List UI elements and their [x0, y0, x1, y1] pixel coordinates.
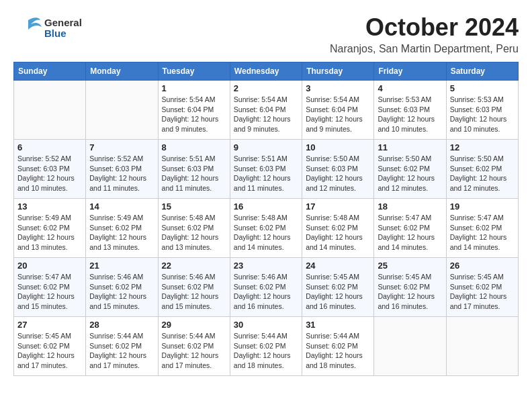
calendar-cell: 19Sunrise: 5:47 AM Sunset: 6:02 PM Dayli… — [446, 199, 518, 258]
calendar-cell: 21Sunrise: 5:46 AM Sunset: 6:02 PM Dayli… — [86, 258, 158, 317]
day-info: Sunrise: 5:53 AM Sunset: 6:03 PM Dayligh… — [450, 95, 515, 134]
day-info: Sunrise: 5:46 AM Sunset: 6:02 PM Dayligh… — [89, 272, 154, 312]
page-header: General Blue October 2024 Naranjos, San … — [13, 13, 519, 55]
day-number: 20 — [17, 261, 82, 271]
day-number: 19 — [450, 201, 515, 212]
calendar-cell: 23Sunrise: 5:46 AM Sunset: 6:02 PM Dayli… — [230, 258, 302, 317]
day-info: Sunrise: 5:50 AM Sunset: 6:02 PM Dayligh… — [450, 154, 515, 193]
calendar-week-3: 13Sunrise: 5:49 AM Sunset: 6:02 PM Dayli… — [14, 199, 519, 258]
day-number: 3 — [306, 83, 370, 93]
calendar-week-2: 6Sunrise: 5:52 AM Sunset: 6:03 PM Daylig… — [14, 140, 519, 199]
day-number: 12 — [450, 142, 515, 152]
day-number: 9 — [234, 142, 298, 152]
day-number: 21 — [89, 261, 154, 271]
calendar-header: SundayMondayTuesdayWednesdayThursdayFrid… — [14, 62, 519, 81]
day-info: Sunrise: 5:54 AM Sunset: 6:04 PM Dayligh… — [162, 95, 226, 134]
day-number: 29 — [162, 320, 226, 330]
day-number: 22 — [162, 261, 226, 271]
calendar-cell: 7Sunrise: 5:52 AM Sunset: 6:03 PM Daylig… — [86, 140, 158, 199]
day-number: 6 — [17, 142, 82, 152]
calendar-cell: 6Sunrise: 5:52 AM Sunset: 6:03 PM Daylig… — [14, 140, 86, 199]
calendar-cell: 18Sunrise: 5:47 AM Sunset: 6:02 PM Dayli… — [374, 199, 446, 258]
calendar-table: SundayMondayTuesdayWednesdayThursdayFrid… — [13, 62, 519, 376]
day-number: 10 — [306, 142, 370, 152]
calendar-cell — [14, 81, 86, 140]
logo-bird-icon — [13, 13, 43, 43]
day-number: 8 — [162, 142, 226, 152]
weekday-header-wednesday: Wednesday — [230, 62, 302, 81]
day-info: Sunrise: 5:44 AM Sunset: 6:02 PM Dayligh… — [306, 331, 370, 371]
calendar-cell: 22Sunrise: 5:46 AM Sunset: 6:02 PM Dayli… — [158, 258, 230, 317]
calendar-body: 1Sunrise: 5:54 AM Sunset: 6:04 PM Daylig… — [14, 81, 519, 376]
day-number: 1 — [162, 83, 226, 93]
day-info: Sunrise: 5:44 AM Sunset: 6:02 PM Dayligh… — [89, 331, 154, 371]
calendar-cell: 4Sunrise: 5:53 AM Sunset: 6:03 PM Daylig… — [374, 81, 446, 140]
calendar-week-1: 1Sunrise: 5:54 AM Sunset: 6:04 PM Daylig… — [14, 81, 519, 140]
day-info: Sunrise: 5:54 AM Sunset: 6:04 PM Dayligh… — [234, 95, 298, 134]
day-info: Sunrise: 5:45 AM Sunset: 6:02 PM Dayligh… — [306, 272, 370, 312]
day-info: Sunrise: 5:51 AM Sunset: 6:03 PM Dayligh… — [162, 154, 226, 193]
day-info: Sunrise: 5:54 AM Sunset: 6:04 PM Dayligh… — [306, 95, 370, 134]
day-number: 25 — [378, 261, 442, 271]
day-info: Sunrise: 5:47 AM Sunset: 6:02 PM Dayligh… — [450, 213, 515, 253]
day-info: Sunrise: 5:49 AM Sunset: 6:02 PM Dayligh… — [17, 213, 82, 253]
calendar-cell: 1Sunrise: 5:54 AM Sunset: 6:04 PM Daylig… — [158, 81, 230, 140]
day-number: 2 — [234, 83, 298, 93]
day-info: Sunrise: 5:50 AM Sunset: 6:03 PM Dayligh… — [306, 154, 370, 193]
day-number: 30 — [234, 320, 298, 330]
day-info: Sunrise: 5:45 AM Sunset: 6:02 PM Dayligh… — [17, 331, 82, 371]
calendar-cell: 26Sunrise: 5:45 AM Sunset: 6:02 PM Dayli… — [446, 258, 518, 317]
calendar-cell — [446, 317, 518, 376]
calendar-cell: 11Sunrise: 5:50 AM Sunset: 6:02 PM Dayli… — [374, 140, 446, 199]
day-number: 31 — [306, 320, 370, 330]
calendar-week-5: 27Sunrise: 5:45 AM Sunset: 6:02 PM Dayli… — [14, 317, 519, 376]
day-number: 7 — [89, 142, 154, 152]
calendar-cell: 10Sunrise: 5:50 AM Sunset: 6:03 PM Dayli… — [302, 140, 374, 199]
calendar-cell: 20Sunrise: 5:47 AM Sunset: 6:02 PM Dayli… — [14, 258, 86, 317]
day-info: Sunrise: 5:48 AM Sunset: 6:02 PM Dayligh… — [306, 213, 370, 253]
calendar-cell: 13Sunrise: 5:49 AM Sunset: 6:02 PM Dayli… — [14, 199, 86, 258]
day-info: Sunrise: 5:52 AM Sunset: 6:03 PM Dayligh… — [17, 154, 82, 193]
calendar-cell: 15Sunrise: 5:48 AM Sunset: 6:02 PM Dayli… — [158, 199, 230, 258]
day-info: Sunrise: 5:48 AM Sunset: 6:02 PM Dayligh… — [162, 213, 226, 253]
day-number: 16 — [234, 201, 298, 212]
day-info: Sunrise: 5:48 AM Sunset: 6:02 PM Dayligh… — [234, 213, 298, 253]
weekday-header-saturday: Saturday — [446, 62, 518, 81]
day-info: Sunrise: 5:49 AM Sunset: 6:02 PM Dayligh… — [89, 213, 154, 253]
weekday-header-monday: Monday — [86, 62, 158, 81]
day-number: 13 — [17, 201, 82, 212]
day-number: 11 — [378, 142, 442, 152]
weekday-header-thursday: Thursday — [302, 62, 374, 81]
calendar-cell: 25Sunrise: 5:45 AM Sunset: 6:02 PM Dayli… — [374, 258, 446, 317]
day-number: 23 — [234, 261, 298, 271]
weekday-header-friday: Friday — [374, 62, 446, 81]
logo-brand: General Blue — [13, 13, 82, 43]
day-number: 14 — [89, 201, 154, 212]
calendar-cell: 5Sunrise: 5:53 AM Sunset: 6:03 PM Daylig… — [446, 81, 518, 140]
calendar-cell: 14Sunrise: 5:49 AM Sunset: 6:02 PM Dayli… — [86, 199, 158, 258]
month-title: October 2024 — [330, 13, 519, 42]
day-info: Sunrise: 5:47 AM Sunset: 6:02 PM Dayligh… — [17, 272, 82, 312]
day-number: 15 — [162, 201, 226, 212]
logo-blue: Blue — [44, 28, 82, 40]
weekday-header-sunday: Sunday — [14, 62, 86, 81]
location-title: Naranjos, San Martin Department, Peru — [330, 43, 519, 55]
day-info: Sunrise: 5:50 AM Sunset: 6:02 PM Dayligh… — [378, 154, 442, 193]
day-info: Sunrise: 5:47 AM Sunset: 6:02 PM Dayligh… — [378, 213, 442, 253]
day-info: Sunrise: 5:44 AM Sunset: 6:02 PM Dayligh… — [162, 331, 226, 371]
weekday-header-tuesday: Tuesday — [158, 62, 230, 81]
day-number: 26 — [450, 261, 515, 271]
calendar-cell: 9Sunrise: 5:51 AM Sunset: 6:03 PM Daylig… — [230, 140, 302, 199]
calendar-week-4: 20Sunrise: 5:47 AM Sunset: 6:02 PM Dayli… — [14, 258, 519, 317]
day-info: Sunrise: 5:53 AM Sunset: 6:03 PM Dayligh… — [378, 95, 442, 134]
day-info: Sunrise: 5:46 AM Sunset: 6:02 PM Dayligh… — [162, 272, 226, 312]
calendar-cell: 29Sunrise: 5:44 AM Sunset: 6:02 PM Dayli… — [158, 317, 230, 376]
day-number: 17 — [306, 201, 370, 212]
day-number: 5 — [450, 83, 515, 93]
day-info: Sunrise: 5:45 AM Sunset: 6:02 PM Dayligh… — [450, 272, 515, 312]
day-info: Sunrise: 5:45 AM Sunset: 6:02 PM Dayligh… — [378, 272, 442, 312]
logo-general: General — [44, 17, 82, 29]
calendar-cell — [86, 81, 158, 140]
title-section: October 2024 Naranjos, San Martin Depart… — [330, 13, 519, 55]
calendar-cell: 24Sunrise: 5:45 AM Sunset: 6:02 PM Dayli… — [302, 258, 374, 317]
